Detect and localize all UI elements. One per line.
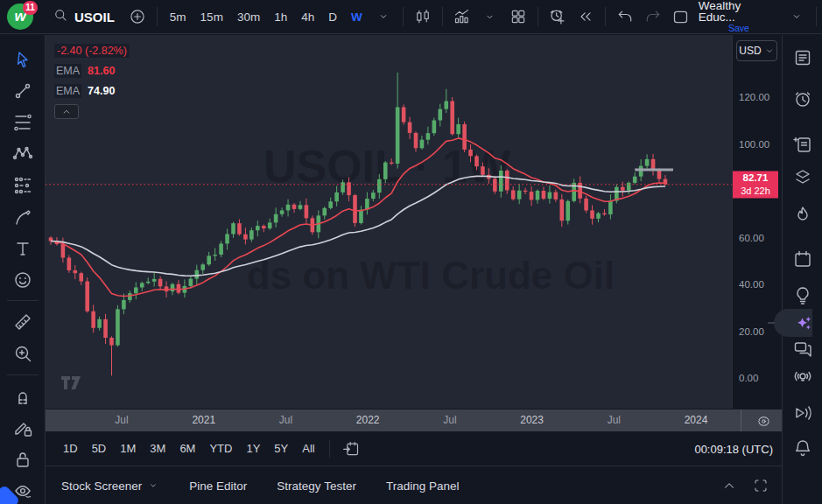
layout-grid-icon[interactable] [504, 4, 532, 30]
panel-expand-chevron-icon[interactable] [715, 472, 743, 499]
range-3M[interactable]: 3M [143, 438, 172, 458]
panel-tab-trading-panel[interactable]: Trading Panel [386, 480, 460, 493]
chart-settings-gear-icon[interactable] [748, 410, 778, 431]
chart-pane[interactable]: USOIL · 1Wds on WTI Crude Oil -2.40 (-2.… [46, 35, 732, 409]
tool-lock-all[interactable] [9, 445, 37, 473]
sidebar-hotlists-flame[interactable] [791, 203, 814, 226]
indicator-label: EMA [54, 64, 81, 78]
tool-ruler[interactable] [9, 308, 37, 336]
layout-chevron-icon[interactable] [783, 4, 811, 30]
tool-emoji[interactable] [9, 266, 37, 294]
range-1M[interactable]: 1M [113, 438, 143, 458]
tool-forecast[interactable] [9, 172, 37, 200]
tool-trend-line[interactable] [9, 77, 37, 105]
symbol-search-button[interactable]: USOIL [40, 4, 123, 30]
interval-30m[interactable]: 30m [230, 4, 267, 30]
tool-xabcd-pattern[interactable] [9, 140, 37, 168]
zoom-in-icon [12, 343, 33, 364]
tool-brush[interactable] [9, 203, 37, 231]
tool-draw-lock[interactable] [9, 414, 37, 442]
date-range-toolbar: 1D5D1M3M6MYTD1Y5YAll 00:09:18 (UTC) [46, 431, 782, 466]
tool-magnet[interactable] [9, 382, 37, 410]
candle [608, 194, 613, 220]
compare-add-icon[interactable] [123, 4, 151, 30]
chart-legend: -2.40 (-2.82%) EMA81.60EMA74.90 [54, 44, 130, 119]
range-1Y[interactable]: 1Y [239, 438, 267, 458]
indicator-templates-chevron-icon[interactable] [476, 4, 504, 30]
interval-4h[interactable]: 4h [294, 4, 321, 30]
chart-style-candles-icon[interactable] [409, 4, 437, 30]
range-5D[interactable]: 5D [85, 438, 114, 458]
range-5Y[interactable]: 5Y [267, 438, 295, 458]
candle [97, 317, 102, 331]
bar-replay-icon[interactable] [572, 4, 600, 30]
save-layout-icon[interactable] [667, 4, 695, 30]
fib-retracement-icon [12, 112, 33, 133]
interval-15m[interactable]: 15m [193, 4, 230, 30]
range-1D[interactable]: 1D [56, 438, 85, 458]
interval-1h[interactable]: 1h [267, 4, 294, 30]
indicator-row[interactable]: EMA74.90 [54, 84, 130, 98]
sidebar-watchlist[interactable] [791, 46, 814, 69]
tool-zoom-in[interactable] [9, 340, 37, 368]
text-tool-icon [12, 238, 33, 259]
candle [299, 201, 303, 211]
sidebar-alerts-clock[interactable] [791, 88, 814, 110]
time-tick: 2024 [685, 414, 708, 426]
sidebar-live-ideas[interactable] [791, 365, 814, 388]
chevron-down-icon [764, 46, 775, 56]
price-axis[interactable]: USD 120.00100.0060.0040.0020.000.00 82.7… [732, 35, 782, 409]
save-button[interactable]: Save [728, 23, 749, 34]
tool-text-tool[interactable] [9, 234, 37, 262]
candle [140, 282, 144, 291]
candle [146, 277, 151, 284]
candle [408, 117, 412, 139]
range-6M[interactable]: 6M [172, 438, 202, 458]
candle [511, 186, 516, 200]
streams-icon [792, 402, 813, 424]
candle [152, 272, 157, 286]
indicators-icon[interactable] [448, 4, 476, 30]
forecast-icon [12, 175, 33, 196]
interval-5m[interactable]: 5m [163, 4, 193, 30]
interval-dropdown-chevron-icon[interactable] [369, 4, 397, 30]
panel-tab-strategy-tester[interactable]: Strategy Tester [277, 480, 356, 493]
sidebar-object-tree[interactable] [791, 165, 814, 188]
indicator-row[interactable]: EMA81.60 [54, 64, 130, 78]
panel-tab-stock-screener[interactable]: Stock Screener [61, 480, 159, 493]
account-menu-button[interactable]: w 11 [0, 0, 40, 34]
fullscreen-icon[interactable] [747, 472, 775, 499]
range-All[interactable]: All [295, 438, 321, 458]
timezone-clock[interactable]: 00:09:18 (UTC) [694, 431, 773, 466]
candlestick-chart[interactable]: USOIL · 1Wds on WTI Crude Oil [46, 35, 732, 409]
sidebar-chat[interactable] [791, 337, 814, 360]
candle [602, 209, 607, 215]
goto-date-icon[interactable] [337, 436, 365, 462]
undo-icon[interactable] [611, 4, 639, 30]
redo-icon[interactable] [639, 4, 667, 30]
time-tick: 2023 [520, 414, 544, 426]
interval-W[interactable]: W [344, 4, 369, 30]
currency-selector[interactable]: USD [736, 40, 777, 61]
create-alert-icon[interactable] [544, 4, 572, 30]
candle [450, 97, 454, 136]
ai-sparkles-icon [792, 313, 813, 334]
sidebar-journal-plus[interactable] [791, 133, 814, 156]
panel-tab-label: Strategy Tester [277, 480, 356, 493]
range-YTD[interactable]: YTD [202, 438, 239, 458]
time-axis[interactable]: Jul2021Jul2022Jul2023Jul2024 [46, 409, 782, 431]
legend-collapse-button[interactable] [54, 104, 79, 119]
sidebar-streams[interactable] [791, 402, 814, 424]
sidebar-ideas-bulb[interactable] [791, 284, 814, 307]
sidebar-ai-sparkles[interactable] [791, 312, 814, 335]
candle [134, 282, 138, 299]
tool-cursor[interactable] [9, 46, 37, 74]
toolbar-divider [605, 7, 606, 26]
tool-fib-retracement[interactable] [9, 108, 37, 136]
interval-D[interactable]: D [321, 4, 344, 30]
layout-name-button[interactable]: Wealthy Educ... Save [695, 0, 783, 34]
panel-tab-pine-editor[interactable]: Pine Editor [189, 480, 247, 493]
sidebar-notifications-bell[interactable] [791, 437, 814, 459]
sidebar-calendar[interactable] [791, 248, 814, 270]
currency-label: USD [739, 45, 761, 57]
